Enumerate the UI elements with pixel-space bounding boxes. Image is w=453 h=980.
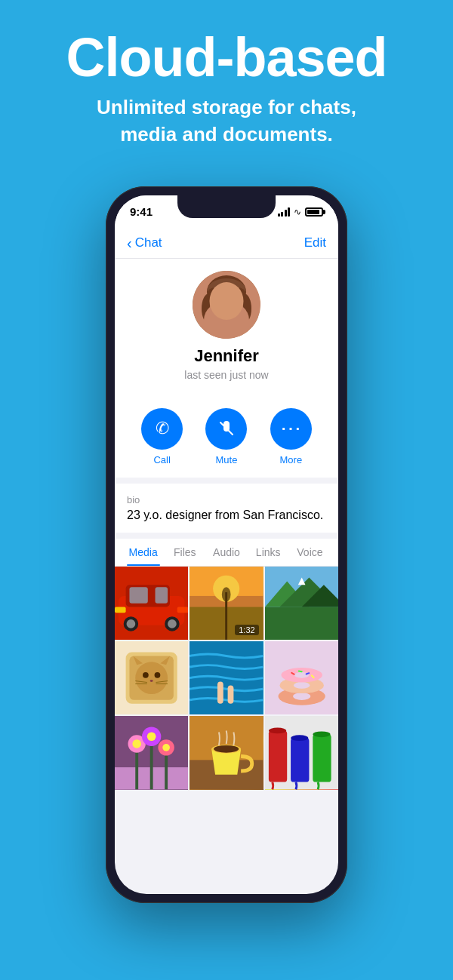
tab-files[interactable]: Files bbox=[164, 539, 205, 566]
svg-point-42 bbox=[143, 672, 149, 678]
status-icons: ∿ bbox=[278, 207, 324, 217]
svg-point-43 bbox=[155, 672, 161, 678]
media-item-1[interactable] bbox=[115, 567, 188, 640]
bio-section: bio 23 y.o. designer from San Francisco. bbox=[115, 484, 338, 533]
profile-name: Jennifer bbox=[194, 346, 259, 366]
tab-media[interactable]: Media bbox=[122, 539, 164, 566]
hero-subtitle: Unlimited storage for chats,media and do… bbox=[15, 94, 438, 149]
tab-audio[interactable]: Audio bbox=[205, 539, 247, 566]
status-time: 9:41 bbox=[130, 205, 153, 218]
svg-point-4 bbox=[210, 290, 243, 327]
svg-point-71 bbox=[132, 740, 141, 749]
media-thumb-pool bbox=[190, 641, 263, 714]
avatar-image bbox=[193, 271, 260, 339]
bio-label: bio bbox=[127, 494, 326, 505]
wifi-icon: ∿ bbox=[294, 207, 301, 217]
svg-rect-20 bbox=[115, 607, 126, 613]
background: Cloud-based Unlimited storage for chats,… bbox=[0, 0, 453, 980]
svg-point-17 bbox=[127, 619, 136, 628]
profile-section: Jennifer last seen just now bbox=[115, 259, 338, 396]
svg-point-44 bbox=[150, 680, 153, 682]
back-button[interactable]: ‹ Chat bbox=[127, 235, 162, 252]
separator-2 bbox=[115, 533, 338, 539]
profile-status: last seen just now bbox=[184, 369, 268, 381]
svg-point-87 bbox=[313, 732, 330, 738]
more-button-circle: ⋯ bbox=[270, 408, 312, 450]
hero-section: Cloud-based Unlimited storage for chats,… bbox=[0, 0, 453, 164]
media-item-3[interactable] bbox=[265, 567, 338, 640]
video-duration: 1:32 bbox=[235, 625, 258, 635]
svg-rect-34 bbox=[265, 607, 338, 640]
hero-title: Cloud-based bbox=[15, 30, 438, 84]
media-tabs: Media Files Audio Links Voice bbox=[115, 539, 338, 567]
back-label: Chat bbox=[135, 235, 162, 250]
separator-1 bbox=[115, 478, 338, 484]
ellipsis-icon: ⋯ bbox=[280, 418, 302, 439]
svg-point-59 bbox=[294, 672, 309, 678]
svg-point-80 bbox=[214, 745, 239, 753]
svg-point-85 bbox=[291, 736, 308, 742]
media-item-7[interactable] bbox=[115, 716, 188, 789]
media-thumb-donuts bbox=[265, 641, 338, 714]
call-button-circle: ✆ bbox=[141, 408, 183, 450]
media-thumb-red-car bbox=[115, 567, 188, 640]
svg-point-2 bbox=[202, 293, 217, 324]
media-thumb-mountain bbox=[265, 567, 338, 640]
svg-point-75 bbox=[162, 744, 170, 751]
svg-rect-52 bbox=[228, 686, 234, 704]
media-item-6[interactable] bbox=[265, 641, 338, 714]
svg-point-3 bbox=[236, 293, 251, 324]
svg-rect-14 bbox=[129, 587, 147, 603]
mute-button-circle bbox=[205, 408, 247, 450]
svg-rect-51 bbox=[217, 682, 223, 704]
phone-outer: 9:41 ∿ bbox=[106, 186, 347, 903]
phone-screen: 9:41 ∿ bbox=[115, 195, 338, 894]
media-thumb-toast bbox=[115, 641, 188, 714]
battery-icon bbox=[305, 207, 323, 217]
tab-voice[interactable]: Voice bbox=[289, 539, 331, 566]
bio-text: 23 y.o. designer from San Francisco. bbox=[127, 508, 326, 522]
svg-rect-15 bbox=[156, 587, 168, 603]
media-item-5[interactable] bbox=[190, 641, 263, 714]
svg-point-6 bbox=[230, 303, 235, 308]
phone-mockup: 9:41 ∿ bbox=[0, 186, 453, 903]
svg-point-7 bbox=[208, 278, 245, 301]
media-item-9[interactable] bbox=[265, 716, 338, 789]
svg-point-9 bbox=[230, 287, 245, 300]
more-label: More bbox=[280, 454, 303, 465]
signal-icon bbox=[278, 207, 291, 217]
mute-label: Mute bbox=[216, 454, 238, 465]
media-thumb-flowers bbox=[115, 716, 188, 789]
media-thumb-paint bbox=[265, 716, 338, 789]
media-item-2[interactable]: 1:32 bbox=[190, 567, 263, 640]
mute-button[interactable]: Mute bbox=[205, 408, 247, 465]
svg-point-5 bbox=[218, 303, 223, 308]
nav-bar: ‹ Chat Edit bbox=[115, 229, 338, 259]
media-item-4[interactable] bbox=[115, 641, 188, 714]
phone-icon: ✆ bbox=[156, 419, 169, 438]
media-thumb-coffee bbox=[190, 716, 263, 789]
svg-point-57 bbox=[294, 682, 310, 689]
call-label: Call bbox=[153, 454, 170, 465]
svg-point-55 bbox=[293, 693, 310, 700]
svg-rect-82 bbox=[269, 731, 287, 782]
svg-point-83 bbox=[269, 728, 286, 734]
svg-point-39 bbox=[135, 662, 168, 694]
edit-button[interactable]: Edit bbox=[304, 235, 326, 250]
svg-point-28 bbox=[222, 587, 231, 601]
notch bbox=[177, 195, 276, 218]
svg-point-73 bbox=[147, 733, 156, 742]
chevron-left-icon: ‹ bbox=[127, 235, 132, 252]
svg-point-19 bbox=[168, 619, 177, 628]
svg-rect-84 bbox=[291, 739, 309, 782]
media-grid: 1:32 bbox=[115, 567, 338, 790]
more-button[interactable]: ⋯ More bbox=[270, 408, 312, 465]
action-buttons: ✆ Call Mute bbox=[115, 396, 338, 478]
svg-rect-21 bbox=[177, 607, 189, 613]
call-button[interactable]: ✆ Call bbox=[141, 408, 183, 465]
status-bar: 9:41 ∿ bbox=[115, 195, 338, 229]
svg-point-8 bbox=[208, 287, 223, 300]
svg-rect-86 bbox=[313, 735, 331, 782]
media-item-8[interactable] bbox=[190, 716, 263, 789]
tab-links[interactable]: Links bbox=[248, 539, 289, 566]
